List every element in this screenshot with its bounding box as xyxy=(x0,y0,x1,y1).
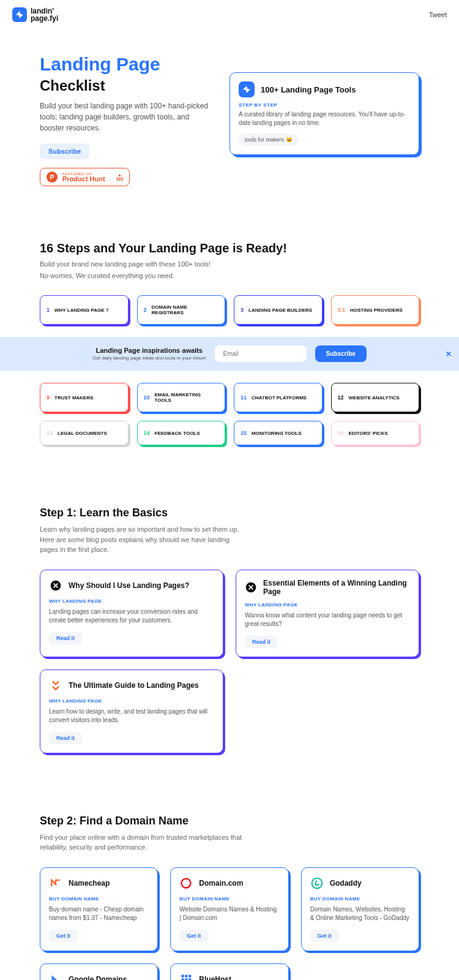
step-chip-label: EDITORS' PICKS xyxy=(349,431,388,436)
step-chip-num: 9 xyxy=(47,394,50,401)
get-button[interactable]: Get it xyxy=(49,930,78,942)
product-hunt-badge[interactable]: P FEATURED ON Product Hunt ▲ 505 xyxy=(40,168,130,186)
step-chip[interactable]: 14FEEDBACK TOOLS xyxy=(137,421,226,445)
card-tag: BUY DOMAIN NAME xyxy=(49,896,149,902)
read-button[interactable]: Read it xyxy=(49,632,82,644)
card-title: Namecheap xyxy=(69,879,110,888)
hero-card-tag: STEP BY STEP xyxy=(239,102,410,108)
step1-heading: Step 1: Learn the Basics xyxy=(40,507,419,519)
steps-section-sub1: Build your brand new landing page with t… xyxy=(40,259,419,270)
card-tag: BUY DOMAIN NAME xyxy=(310,896,410,902)
card-tag: BUY DOMAIN NAME xyxy=(179,896,279,902)
card-icon xyxy=(179,973,193,981)
article-card[interactable]: Why Should I Use Landing Pages?WHY LANDI… xyxy=(40,570,223,657)
card-title: Why Should I Use Landing Pages? xyxy=(69,581,189,590)
svg-point-4 xyxy=(312,878,322,888)
step-chip[interactable]: 3.1HOSTING PROVIDERS xyxy=(331,295,420,325)
svg-rect-5 xyxy=(182,974,184,977)
card-title: Domain.com xyxy=(199,879,243,888)
tool-card[interactable]: Domain.comBUY DOMAIN NAMEWebsite Domains… xyxy=(170,867,288,951)
card-title: Google Domains xyxy=(69,975,127,981)
card-title: Godaddy xyxy=(330,879,362,888)
card-icon xyxy=(310,876,324,890)
banner-subscribe-button[interactable]: Subscribe xyxy=(315,345,367,362)
newsletter-banner: Landing Page inspirations awaits Get dai… xyxy=(0,337,459,371)
tool-card[interactable]: Google DomainsBUY DOMAIN NAMEGoogle Doma… xyxy=(40,963,158,981)
step-chip[interactable]: 3LANDING PAGE BUILDERS xyxy=(234,295,323,325)
card-tag: WHY LANDING PAGE xyxy=(49,698,214,704)
article-card[interactable]: The Ultimate Guide to Landing PagesWHY L… xyxy=(40,669,223,753)
email-input[interactable] xyxy=(215,345,307,362)
card-desc: Learn how to design, write, and test lan… xyxy=(49,707,214,725)
product-hunt-icon: P xyxy=(47,172,58,183)
get-button[interactable]: Get it xyxy=(310,930,339,942)
subscribe-button[interactable]: Subscribe xyxy=(40,143,89,159)
card-title: BlueHost xyxy=(199,975,231,981)
step-chip[interactable]: 1WHY LANDING PAGE ? xyxy=(40,295,129,325)
tool-card[interactable]: NamecheapBUY DOMAIN NAMEBuy domain name … xyxy=(40,867,158,951)
upvote-count: 505 xyxy=(116,177,124,181)
logo-icon xyxy=(12,7,27,22)
svg-rect-6 xyxy=(185,974,188,977)
hero-description: Build your best landing page with 100+ h… xyxy=(40,100,211,134)
banner-subtitle: Get daily landing page ideas and tools i… xyxy=(92,355,206,361)
step-chip-num: 10 xyxy=(144,394,150,401)
card-desc: Buy domain name - Cheap domain names fro… xyxy=(49,905,149,922)
read-button[interactable]: Read it xyxy=(49,732,82,744)
ph-name: Product Hunt xyxy=(62,176,105,183)
step-chip-label: TRUST MAKERS xyxy=(54,395,94,401)
step-chip-num: 12 xyxy=(338,394,344,401)
step-chip[interactable]: 13LEGAL DOCUMENTS xyxy=(40,421,129,445)
step-chip-num: 2 xyxy=(144,307,147,313)
step-chip-num: 16 xyxy=(338,430,344,436)
hero-title-2: Checklist xyxy=(40,77,211,94)
svg-rect-7 xyxy=(188,974,191,977)
tool-card[interactable]: BlueHostBUY DOMAIN NAMEBest Web Hosting … xyxy=(170,963,288,981)
close-icon[interactable]: ✕ xyxy=(446,350,452,358)
card-tag: WHY LANDING PAGE xyxy=(49,598,214,604)
card-desc: Website Domains Names & Hosting | Domain… xyxy=(179,905,279,922)
upvote-icon: ▲ xyxy=(118,173,122,177)
step-chip-label: MONITORING TOOLS xyxy=(252,431,301,436)
hero-card[interactable]: 100+ Landing Page Tools STEP BY STEP A c… xyxy=(230,72,419,155)
step-chip[interactable]: 15MONITORING TOOLS xyxy=(234,421,323,445)
step-chip-label: WHY LANDING PAGE ? xyxy=(54,307,109,313)
step-chip-label: HOSTING PROVIDERS xyxy=(350,307,403,313)
hero-card-desc: A curated library of landing page resour… xyxy=(239,110,410,127)
step-chip-label: EMAIL MARKETING TOOLS xyxy=(155,392,218,403)
card-icon xyxy=(49,973,62,981)
card-desc: Domain Names, Websites, Hosting & Online… xyxy=(310,905,410,922)
step-chip-label: LANDING PAGE BUILDERS xyxy=(248,307,312,313)
card-tag: WHY LANDING PAGE xyxy=(245,602,410,608)
get-button[interactable]: Get it xyxy=(179,930,208,942)
step-chip[interactable]: 12WEBSITE ANALYTICS xyxy=(331,383,420,412)
tool-card[interactable]: GodaddyBUY DOMAIN NAMEDomain Names, Webs… xyxy=(301,867,419,951)
step-chip-label: CHATBOT PLATFORMS xyxy=(252,395,307,401)
step-chip-num: 3.1 xyxy=(338,307,346,313)
step-chip-num: 11 xyxy=(241,394,247,401)
card-icon xyxy=(49,579,62,592)
step-chip[interactable]: 16EDITORS' PICKS xyxy=(331,421,420,445)
card-icon xyxy=(245,581,257,594)
step-chip[interactable]: 11CHATBOT PLATFORMS xyxy=(234,383,323,412)
step-chip-num: 1 xyxy=(47,307,50,313)
step-chip[interactable]: 9TRUST MAKERS xyxy=(40,383,129,412)
card-title: The Ultimate Guide to Landing Pages xyxy=(69,681,199,690)
article-card[interactable]: Essential Elements of a Winning Landing … xyxy=(236,570,419,657)
step-chip-num: 15 xyxy=(241,430,247,436)
step-chip-num: 14 xyxy=(144,430,150,436)
step-chip-label: FEEDBACK TOOLS xyxy=(155,431,200,436)
tweet-link[interactable]: Tweet xyxy=(429,11,447,18)
hero-card-pill: tools for makers 🐱 xyxy=(239,134,299,146)
banner-title: Landing Page inspirations awaits xyxy=(92,347,206,354)
steps-section-title: 16 Steps and Your Landing Page is Ready! xyxy=(40,241,419,255)
card-desc: Wanna know what content your landing pag… xyxy=(245,611,410,628)
hero-title-1: Landing Page xyxy=(40,54,211,75)
step-chip[interactable]: 2DOMAIN NAME REGISTRARS xyxy=(137,295,226,325)
logo[interactable]: landin'page.fyi xyxy=(12,7,58,22)
step-chip[interactable]: 10EMAIL MARKETING TOOLS xyxy=(137,383,226,412)
card-icon xyxy=(49,679,62,692)
step1-desc: Learn why landing pages are so important… xyxy=(40,524,248,555)
read-button[interactable]: Read it xyxy=(245,636,278,648)
step-chip-label: LEGAL DOCUMENTS xyxy=(58,431,107,436)
